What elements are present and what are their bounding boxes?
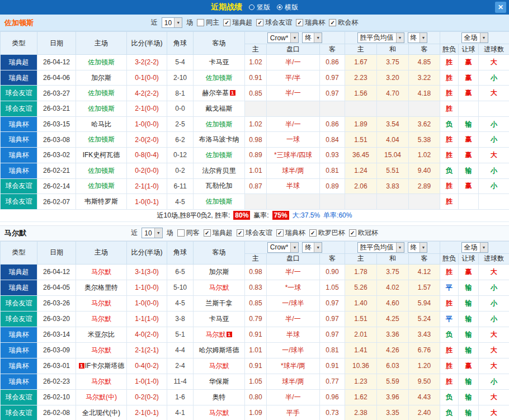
filter-checkbox[interactable]: ✓欧罗巴杯 [309,228,345,238]
filter-checkbox[interactable]: ✓瑞典杯 [296,18,325,27]
match-score: 0-4(0-2) [127,358,167,374]
asian-odds-home: 0.85 [245,86,267,101]
away-team: 马尔默1 [194,327,245,342]
result-badge: 胜 [440,70,459,86]
handicap-result-badge: 输 [459,163,479,178]
league-type-badge: 瑞典超 [1,55,37,70]
asian-odds-home: 1.02 [245,55,267,70]
layout-option-horizontal[interactable]: 横版 [277,3,298,12]
filter-checkbox[interactable]: ✓欧会杯 [329,18,358,27]
result-badge: 胜 [440,295,459,311]
filter-checkbox[interactable]: 同主 [197,18,219,27]
checkbox-icon: ✓ [329,19,336,26]
euro-odds-away: 4.85 [409,55,440,70]
asian-odds-away: 0.77 [320,374,345,389]
filter-checkbox[interactable]: 同客 [177,228,200,238]
result-badge: 胜 [440,264,459,280]
match-date: 26-02-14 [37,178,76,194]
corner-score: 1-6 [167,389,194,405]
home-team: 马尔默 [76,374,127,389]
match-date: 26-03-21 [37,101,76,117]
filter-checkbox[interactable]: ✓瑞典杯 [276,228,305,238]
goals-result-badge: 大 [479,389,509,405]
asian-handicap: 半球 [267,327,320,342]
filter-checkbox[interactable]: ✓球会友谊 [237,228,272,238]
corner-score: 2-10 [167,70,194,86]
match-score: 4-2(2-2) [127,86,167,101]
euro-odds-home: 36.45 [345,148,377,163]
filter-checkbox[interactable]: ✓瑞典超 [204,228,233,238]
odds-final-select[interactable]: 终▼ [302,32,322,43]
bookmaker-select[interactable]: Crow*▼ [267,242,299,253]
handicap-result-badge: 输 [459,389,479,405]
team-name-text: 马尔默 [206,331,226,338]
asian-handicap: 一/球半 [267,342,320,358]
asian-odds-home: 0.91 [245,327,267,342]
col-date: 日期 [37,241,76,264]
asian-odds-away: 0.97 [320,311,345,327]
result-badge: 胜 [440,101,459,117]
checkbox-icon: ✓ [276,229,284,237]
corner-score: 4-1 [167,405,194,420]
goals-result-badge: 小 [479,163,509,178]
euro-odds-draw: 4.60 [377,295,409,311]
col-type: 类型 [1,241,37,264]
team-name-text: IF卡尔斯塔德 [85,362,125,370]
handicap-result-badge: 赢 [459,132,479,148]
euro-mean-select[interactable]: 胜平负均值▼ [357,242,404,253]
away-team: 加尔斯 [194,264,245,280]
team-name-text: 马尔默 [209,362,229,370]
asian-odds-home: 0.83 [245,280,267,295]
away-team: 布洛马波卡纳 [194,132,245,148]
col-handicap-result: 让球 [459,44,479,55]
match-score: 2-1(0-0) [127,101,167,117]
dropdown-arrow-icon: ▼ [314,243,322,252]
dropdown-arrow-icon: ▼ [314,33,322,43]
euro-final-select[interactable]: 终▼ [408,32,428,43]
euro-odds-draw: 15.04 [377,148,409,163]
red-card-badge: 1 [227,332,232,337]
team-name-text: 马尔默 [91,346,111,354]
result-badge: 胜 [440,178,459,194]
handicap-rate-badge: 75% [272,211,289,220]
result-badge: 平 [440,280,459,295]
league-type-badge: 球会友谊 [1,389,37,405]
layout-option-vertical[interactable]: 竖版 [249,3,270,12]
scope-select[interactable]: 全场▼ [461,32,488,43]
away-team-title: 马尔默 [4,228,26,238]
result-badge: 负 [440,389,459,405]
recent-count-select[interactable]: 10▼ [162,17,182,28]
match-row: 瑞典杯26-02-23马尔默1-0(1-0)11-4华保斯1.05球半/两0.7… [1,374,509,389]
odds-final-select[interactable]: 终▼ [302,242,322,253]
close-button[interactable]: ✕ [495,2,506,13]
handicap-result-badge: 赢 [459,86,479,101]
asian-odds-away: 0.96 [320,389,345,405]
euro-final-select[interactable]: 终▼ [408,242,428,253]
team-name-text: 佐加顿斯 [206,197,233,205]
result-badge: 胜 [440,132,459,148]
asian-odds-home: 0.91 [245,70,267,86]
asian-handicap: 球半/两 [267,374,320,389]
euro-mean-select[interactable]: 胜平负均值▼ [357,32,404,43]
match-row: 球会友谊26-03-26马尔默1-0(0-0)4-5兰斯干拿0.85一/球半0.… [1,295,509,311]
checkbox-icon: ✓ [237,229,244,237]
recent-count-select[interactable]: 10▼ [142,228,162,238]
home-team: 1IF卡尔斯塔德 [76,358,127,374]
bookmaker-select[interactable]: Crow*▼ [267,32,299,43]
match-score: 1-1(0-0) [127,280,167,295]
col-odds-away: 客 [320,253,345,264]
away-team: 佐加顿斯 [194,116,245,132]
match-score: 1-0(0-0) [127,116,167,132]
home-team: IFK史柯瓦德 [76,148,127,163]
titlebar: 近期战绩 竖版 横版 ✕ [0,0,509,15]
filter-checkbox[interactable]: ✓瑞典超 [223,18,252,27]
filter-checkbox[interactable]: ✓欧冠杯 [349,228,378,238]
col-result: 胜负 [440,253,459,264]
corner-score: 8-1 [167,86,194,101]
scope-select[interactable]: 全场▼ [461,242,488,253]
away-team: 兰斯干拿 [194,295,245,311]
home-team: 加尔斯 [76,70,127,86]
filter-checkbox[interactable]: ✓球会友谊 [256,18,292,27]
corner-score: 5-4 [167,55,194,70]
asian-handicap [267,194,320,210]
